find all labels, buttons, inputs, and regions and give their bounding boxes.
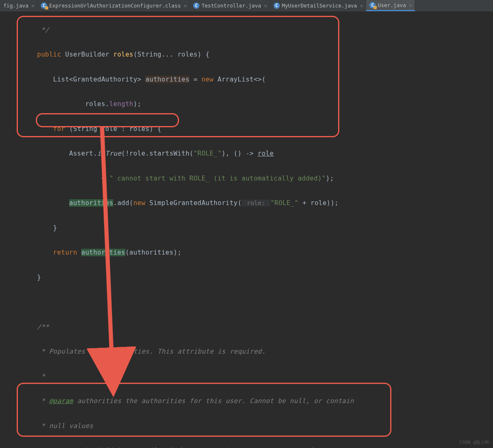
close-icon[interactable]: × [360, 2, 363, 9]
code-line: roles.length); [5, 98, 493, 111]
code-line: List<GrantedAuthority> authorities = new… [5, 74, 493, 86]
tab-label: fig.java [3, 2, 28, 9]
tab-myuserdetail[interactable]: C MyUserDetailService.java × [270, 0, 366, 11]
code-line: * [5, 371, 493, 383]
close-icon[interactable]: × [264, 2, 267, 9]
code-line: * null values [5, 420, 493, 433]
class-file-icon: C [41, 2, 47, 9]
editor-tabs: fig.java × C ExpressionUrlAuthorizationC… [0, 0, 493, 12]
tab-test-controller[interactable]: C TestController.java × [190, 0, 270, 11]
code-line: } [5, 272, 493, 284]
class-file-icon: C [274, 2, 280, 9]
tab-fig[interactable]: fig.java × [0, 0, 37, 11]
code-line: */ [5, 24, 493, 37]
close-icon[interactable]: × [184, 2, 187, 9]
code-line: * @return the {@link UserBuilder} for me… [5, 445, 493, 448]
close-icon[interactable]: × [31, 2, 35, 9]
code-line: /** [5, 321, 493, 334]
close-icon[interactable]: × [409, 2, 412, 8]
tab-label: User.java [378, 2, 406, 8]
tab-label: TestController.java [202, 2, 261, 9]
code-line: authorities.add(new SimpleGrantedAuthori… [5, 197, 493, 210]
tab-user-java[interactable]: C User.java × [366, 0, 415, 11]
code-line: return authorities(authorities); [5, 247, 493, 259]
param-hint: role: [242, 200, 270, 206]
class-file-icon: C [193, 2, 199, 9]
code-line: Assert.isTrue(!role.startsWith("ROLE_"),… [5, 148, 493, 160]
code-line: + " cannot start with ROLE_ (it is autom… [5, 173, 493, 185]
code-line: * @param authorities the authorities for… [5, 395, 493, 408]
code-line: for (String role : roles) { [5, 123, 493, 136]
code-line [5, 296, 493, 309]
tab-expression-url[interactable]: C ExpressionUrlAuthorizationConfigurer.c… [37, 0, 190, 11]
code-line: * Populates the authorities. This attrib… [5, 346, 493, 358]
tab-label: MyUserDetailService.java [282, 2, 357, 9]
tab-label: ExpressionUrlAuthorizationConfigurer.cla… [49, 2, 181, 9]
code-line: public UserBuilder roles(String... roles… [5, 49, 493, 61]
code-line: } [5, 222, 493, 235]
watermark: CSDN @陈小昨 [459, 439, 490, 446]
code-editor[interactable]: */ public UserBuilder roles(String... ro… [0, 12, 493, 448]
class-file-icon: C [369, 2, 376, 8]
